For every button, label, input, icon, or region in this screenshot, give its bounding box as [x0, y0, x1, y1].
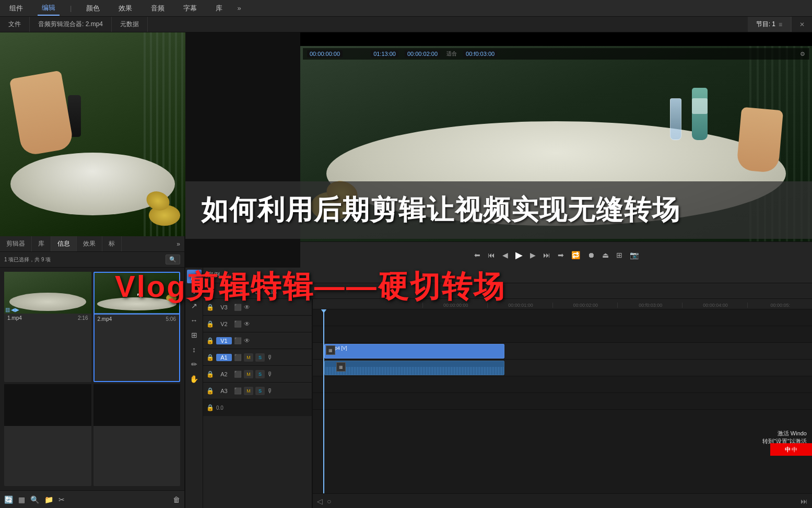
menu-color[interactable]: 颜色 [82, 2, 104, 15]
footer-circle-icon[interactable]: ○ [327, 497, 331, 505]
prog-ctrl-loop[interactable]: 🔁 [569, 250, 582, 260]
program-timecode2: 00:f0:03:00 [463, 50, 497, 57]
program-menu-icon[interactable]: ≡ [779, 21, 782, 28]
overlay-red-text: Vlog剪辑特辑——硬切转场 [115, 267, 505, 307]
prog-ctrl-step-back[interactable]: ⏮ [486, 250, 497, 260]
track-m-a2[interactable]: M [244, 370, 253, 378]
media-item-1[interactable]: ▥ ◀▶ 1.mp4 2:16 [4, 272, 91, 382]
media-toolbar: 1 项已选择，共 9 项 🔍 [0, 252, 184, 268]
footer-bin-icon[interactable]: 🔄 [4, 495, 13, 504]
logo-watermark: 中 中 [770, 443, 812, 456]
media-tabs: 剪辑器 库 信息 效果 标 » [0, 236, 184, 252]
track-lock-v1[interactable]: 🔒 [206, 337, 214, 344]
prog-ctrl-export[interactable]: ⊞ [614, 250, 625, 260]
footer-delete-icon[interactable]: 🗑 [173, 495, 180, 504]
track-lock-a3[interactable]: 🔒 [206, 387, 214, 395]
footer-cut-icon[interactable]: ✂ [58, 495, 65, 504]
track-header-a3: 🔒 A3 ⬛ M S 🎙 [203, 383, 312, 399]
tool-razor[interactable]: ⊞ [187, 328, 202, 342]
track-sync-v1[interactable]: ⬛ [234, 337, 242, 344]
track-label-a1: A1 [216, 354, 232, 361]
thumb-table-1 [9, 293, 86, 311]
menu-captions[interactable]: 字幕 [179, 2, 201, 15]
track-sync-a1[interactable]: ⬛ [234, 354, 242, 361]
search-icon[interactable]: 🔍 [166, 255, 180, 264]
tool-pen[interactable]: ✏ [187, 357, 202, 371]
tc-mark-2: 00:00:02:00 [552, 303, 617, 308]
track-mic-a2[interactable]: 🎙 [267, 371, 273, 378]
track-m-a3[interactable]: M [244, 387, 253, 395]
track-m-a1[interactable]: M [244, 353, 253, 362]
track-sync-a3[interactable]: ⬛ [234, 387, 242, 395]
footer-list-icon[interactable]: ▦ [18, 495, 25, 504]
track-label-v1: V1 [216, 337, 232, 344]
footer-search-icon[interactable]: 🔍 [30, 495, 39, 504]
overlay-text-container: 如何利用后期剪辑让视频实现无缝转场 [185, 181, 812, 239]
tab-metadata[interactable]: 元数据 [112, 17, 148, 32]
track-content-a3 [313, 393, 812, 410]
clip-v1-1[interactable]: 1.mp4 [V] ▦ [324, 344, 504, 359]
track-mic-a3[interactable]: 🎙 [267, 387, 273, 395]
tab-clip-editor[interactable]: 剪辑器 [0, 236, 32, 251]
prog-ctrl-frame-fwd[interactable]: ▶ [528, 250, 538, 260]
thumb-audio-icon: ◀▶ [11, 307, 19, 313]
prog-ctrl-extract[interactable]: ⏏ [600, 250, 611, 260]
clip-v1-label: 1.mp4 [V] [325, 344, 504, 352]
prog-ctrl-mark-out[interactable]: ➡ [556, 250, 566, 260]
prog-ctrl-frame-back[interactable]: ◀ [500, 250, 510, 260]
track-lock-v2[interactable]: 🔒 [206, 320, 214, 328]
tab-library[interactable]: 库 [32, 236, 51, 251]
track-header-v2: 🔒 V2 ⬛ 👁 [203, 316, 312, 332]
menu-audio[interactable]: 音频 [147, 2, 169, 15]
tool-slide[interactable]: ↔ [187, 314, 202, 327]
track-lock-a2[interactable]: 🔒 [206, 371, 214, 378]
track-s-a3[interactable]: S [255, 387, 265, 395]
track-lock-a1[interactable]: 🔒 [206, 354, 214, 361]
track-header-tc: 🔒 0.0 [203, 399, 312, 416]
footer-right-icon[interactable]: ⏭ [801, 497, 808, 505]
tool-slip[interactable]: ↕ [187, 343, 202, 356]
program-controls: ⬅ ⏮ ◀ ▶ ▶ ⏭ ➡ 🔁 ⏺ ⏏ ⊞ 📷 [300, 241, 812, 268]
track-eye-v2[interactable]: 👁 [244, 320, 250, 328]
tab-audio-mixer[interactable]: 音频剪辑混合器: 2.mp4 [30, 17, 112, 32]
program-wrench-icon[interactable]: ⚙ [800, 51, 805, 57]
tab-fx[interactable]: 效果 [77, 236, 102, 251]
media-item-3[interactable] [4, 384, 91, 487]
track-s-a2[interactable]: S [255, 370, 265, 378]
menu-more-btn[interactable]: » [237, 4, 241, 12]
panel-close-icon[interactable]: ✕ [799, 21, 805, 28]
menu-components[interactable]: 组件 [5, 2, 27, 15]
top-menu-bar: 组件 编辑 | 颜色 效果 音频 字幕 库 » [0, 0, 812, 17]
menu-library[interactable]: 库 [211, 2, 227, 15]
media-tab-more[interactable]: » [172, 240, 184, 248]
media-duration-2: 5:06 [166, 316, 176, 322]
track-lock-tc[interactable]: 🔒 [206, 404, 214, 411]
track-mic-a1[interactable]: 🎙 [267, 354, 273, 361]
tab-mark[interactable]: 标 [102, 236, 122, 251]
prog-ctrl-camera[interactable]: 📷 [628, 250, 641, 260]
source-monitor: 00:00:13:00 适合 ⚙ ⬅ ⏮ ◀ ▶ ▶ ⏭ ➡ ⊞ ⧠ 📷 [0, 32, 185, 236]
prog-ctrl-step-fwd[interactable]: ⏭ [541, 250, 552, 260]
track-eye-v1[interactable]: 👁 [244, 337, 250, 344]
prog-ctrl-mark-in[interactable]: ⬅ [472, 250, 483, 260]
menu-edit[interactable]: 编辑 [38, 1, 60, 16]
menu-effects[interactable]: 效果 [114, 2, 136, 15]
track-sync-v2[interactable]: ⬛ [234, 320, 242, 328]
track-header-v1: 🔒 V1 ⬛ 👁 [203, 332, 312, 349]
clip-a1-1[interactable]: ▦ [324, 361, 504, 375]
thumb-film-icon: ▥ [5, 307, 10, 313]
tc-mark-5: 00:00:05: [747, 303, 812, 308]
prog-ctrl-play[interactable]: ▶ [513, 248, 525, 262]
footer-play-icon[interactable]: ◁ [317, 497, 323, 505]
track-s-a1[interactable]: S [255, 353, 265, 362]
tab-file[interactable]: 文件 [0, 17, 30, 32]
tab-info[interactable]: 信息 [51, 236, 77, 251]
tool-hand[interactable]: ✋ [187, 372, 202, 386]
prog-ctrl-insert[interactable]: ⏺ [585, 250, 597, 260]
media-item-4[interactable] [93, 384, 181, 487]
footer-folder-icon[interactable]: 📁 [44, 495, 53, 504]
tc-mark-3: 00:f0:03:00 [617, 303, 682, 308]
tab-program[interactable]: 节目: 1 ≡ [748, 17, 791, 32]
source-video-area [0, 32, 185, 236]
track-sync-a2[interactable]: ⬛ [234, 371, 242, 378]
